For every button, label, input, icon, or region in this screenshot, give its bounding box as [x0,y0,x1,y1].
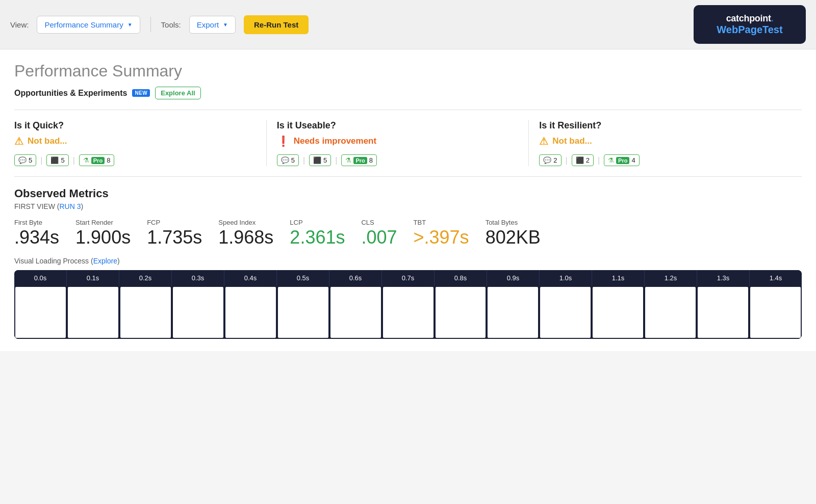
view-label: View: [10,20,29,29]
sep3: | [303,156,305,165]
pro-label3: Pro [616,157,629,164]
filmstrip-timestamp: 0.3s [172,270,224,286]
filmstrip-timestamp: 0.1s [67,270,119,286]
filmstrip-frame [750,287,801,338]
filmstrip-frame [645,287,696,338]
useable-error-icon: ❗ [277,135,290,147]
explore-link[interactable]: Explore [93,257,117,265]
total-bytes-label: Total Bytes [486,219,541,226]
quick-code-count: 5 [61,156,64,164]
filmstrip-frame [540,287,591,338]
opportunities-grid: Is it Quick? ⚠ Not bad... 💬 5 | ⬛ 5 | ⚗ … [14,120,802,166]
filmstrip-frame [436,287,486,338]
filmstrip-frame [488,287,538,338]
resilient-pro-count: 4 [631,156,635,164]
export-label: Export [197,20,219,29]
sep6: | [598,156,600,165]
first-byte-value: .934s [14,228,59,247]
flask-icon: ⚗ [83,156,89,164]
logo-box: catchpoint. WebPageTest [694,5,806,44]
fcp-label: FCP [147,219,202,226]
explore-all-button[interactable]: Explore All [155,87,200,99]
resilient-question: Is it Resilient? [539,120,792,131]
useable-code-badge[interactable]: ⬛ 5 [309,154,331,166]
filmstrip-frame [383,287,434,338]
filmstrip-timestamp: 0.9s [487,270,540,286]
resilient-status-text: Not bad... [552,136,592,146]
useable-code-count: 5 [323,156,327,164]
filmstrip-frame [15,287,66,338]
view-value: Performance Summary [44,20,123,29]
flask-icon3: ⚗ [608,156,614,164]
export-chevron-icon: ▼ [223,22,228,28]
toolbar-separator [150,17,151,32]
metric-tbt: TBT >.397s [414,219,486,247]
filmstrip-frame [330,287,381,338]
lcp-label: LCP [290,219,345,226]
speed-index-value: 1.968s [218,228,273,247]
main-content: Performance Summary Opportunities & Expe… [0,49,816,351]
resilient-pro-badge[interactable]: ⚗ Pro 4 [604,154,640,166]
useable-column: Is it Useable? ❗ Needs improvement 💬 5 |… [277,120,529,166]
filmstrip: 0.0s0.1s0.2s0.3s0.4s0.5s0.6s0.7s0.8s0.9s… [14,270,802,339]
webpagetest-logo: WebPageTest [708,24,792,36]
info-icon3: 💬 [543,156,551,164]
metric-start-render: Start Render 1.900s [75,219,147,247]
filmstrip-timestamp: 0.6s [329,270,382,286]
total-bytes-value: 802KB [486,228,541,247]
rerun-button[interactable]: Re-Run Test [244,15,309,34]
useable-pro-badge[interactable]: ⚗ Pro 8 [341,154,377,166]
opportunities-label: Opportunities & Experiments [14,89,127,98]
quick-pro-badge[interactable]: ⚗ Pro 8 [79,154,115,166]
quick-warning-icon: ⚠ [14,135,23,147]
quick-pro-count: 8 [107,156,110,164]
metric-speed-index: Speed Index 1.968s [218,219,290,247]
cls-value: .007 [361,228,397,247]
info-icon: 💬 [18,156,27,164]
resilient-badges: 💬 2 | ⬛ 2 | ⚗ Pro 4 [539,154,792,166]
observed-metrics-section: Observed Metrics FIRST VIEW (RUN 3) Firs… [14,187,802,339]
useable-badges: 💬 5 | ⬛ 5 | ⚗ Pro 8 [277,154,519,166]
run-link[interactable]: RUN 3 [59,202,81,210]
divider-1 [14,110,802,110]
quick-code-badge[interactable]: ⬛ 5 [46,154,68,166]
fcp-value: 1.735s [147,228,202,247]
filmstrip-frame [225,287,276,338]
useable-question: Is it Useable? [277,120,519,131]
tbt-value: >.397s [414,228,469,247]
quick-badges: 💬 5 | ⬛ 5 | ⚗ Pro 8 [14,154,256,166]
quick-info-badge[interactable]: 💬 5 [14,154,36,166]
filmstrip-frame [593,287,643,338]
pro-label: Pro [91,157,105,164]
tbt-label: TBT [414,219,469,226]
filmstrip-timestamp: 1.4s [750,270,802,286]
metric-lcp: LCP 2.361s [290,219,361,247]
sep2: | [73,156,75,165]
quick-status-text: Not bad... [28,136,67,146]
export-dropdown[interactable]: Export ▼ [189,16,236,34]
first-view-text: FIRST VIEW [14,202,55,210]
filmstrip-timestamp: 0.5s [277,270,329,286]
view-dropdown[interactable]: Performance Summary ▼ [37,16,140,34]
filmstrip-header: 0.0s0.1s0.2s0.3s0.4s0.5s0.6s0.7s0.8s0.9s… [14,270,802,286]
filmstrip-frame [698,287,748,338]
observed-metrics-title: Observed Metrics [14,187,802,200]
useable-info-badge[interactable]: 💬 5 [277,154,299,166]
metric-total-bytes: Total Bytes 802KB [486,219,557,247]
view-chevron-icon: ▼ [128,22,133,28]
code-icon2: ⬛ [313,156,321,164]
filmstrip-frame [120,287,171,338]
filmstrip-timestamp: 1.1s [592,270,645,286]
lcp-value: 2.361s [290,228,345,247]
quick-column: Is it Quick? ⚠ Not bad... 💬 5 | ⬛ 5 | ⚗ … [14,120,267,166]
resilient-code-badge[interactable]: ⬛ 2 [572,154,594,166]
first-view-label: FIRST VIEW (RUN 3) [14,202,802,210]
info-icon2: 💬 [281,156,289,164]
resilient-info-badge[interactable]: 💬 2 [539,154,561,166]
filmstrip-timestamp: 1.0s [540,270,592,286]
quick-question: Is it Quick? [14,120,256,131]
filmstrip-timestamp: 0.8s [435,270,487,286]
resilient-code-count: 2 [586,156,590,164]
tools-label: Tools: [161,20,181,29]
resilient-column: Is it Resilient? ⚠ Not bad... 💬 2 | ⬛ 2 … [539,120,802,166]
